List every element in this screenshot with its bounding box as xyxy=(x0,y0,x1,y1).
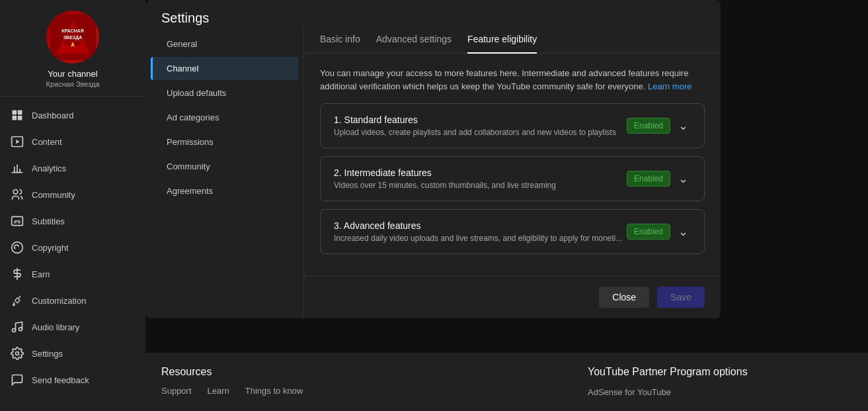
feature-intermediate-desc: Videos over 15 minutes, custom thumbnail… xyxy=(334,181,627,190)
feature-intermediate-right: Enabled ⌄ xyxy=(627,169,691,189)
music-icon xyxy=(11,320,24,334)
svg-rect-6 xyxy=(13,111,17,115)
gear-icon xyxy=(11,347,24,360)
feature-card-advanced: 3. Advanced features Increased daily vid… xyxy=(320,209,705,254)
modal-main: Basic info Advanced settings Feature eli… xyxy=(304,26,721,318)
learn-more-link[interactable]: Learn more xyxy=(648,81,691,91)
feature-advanced-status: Enabled xyxy=(627,224,670,240)
sidebar-item-settings[interactable]: Settings xyxy=(0,340,145,367)
svg-point-15 xyxy=(19,328,22,331)
tab-advanced-settings[interactable]: Advanced settings xyxy=(376,26,452,54)
sidebar-item-earn[interactable]: Earn xyxy=(0,261,145,287)
modal-content-area: You can manage your access to more featu… xyxy=(304,54,721,275)
sidebar-item-earn-label: Earn xyxy=(32,269,50,279)
modal-footer: Close Save xyxy=(304,275,721,318)
chart-icon xyxy=(11,161,24,175)
sidebar-item-settings-label: Settings xyxy=(32,349,63,359)
feature-intermediate-expand[interactable]: ⌄ xyxy=(676,169,691,189)
main-content: Resources Support Learn Things to know Y… xyxy=(145,0,868,411)
svg-rect-8 xyxy=(13,116,17,120)
sidebar-item-feedback-label: Send feedback xyxy=(32,375,89,385)
sidebar-item-dashboard[interactable]: Dashboard xyxy=(0,102,145,128)
feature-card-standard-left: 1. Standard features Upload videos, crea… xyxy=(334,114,627,137)
svg-point-14 xyxy=(13,329,16,332)
close-button[interactable]: Close xyxy=(599,287,649,308)
settings-modal: Settings General Channel Upload defaults… xyxy=(145,0,868,411)
channel-name: Your channel xyxy=(48,69,97,79)
feature-advanced-desc: Increased daily video uploads and live s… xyxy=(334,234,627,243)
feature-standard-status: Enabled xyxy=(627,118,670,134)
sidebar-item-subtitles-label: Subtitles xyxy=(32,216,65,226)
tab-basic-info[interactable]: Basic info xyxy=(320,26,360,54)
sidebar-item-subtitles[interactable]: Subtitles xyxy=(0,208,145,234)
sidebar-item-content-label: Content xyxy=(32,137,62,147)
sidebar-item-audio-library[interactable]: Audio library xyxy=(0,314,145,340)
sidebar-item-analytics-label: Analytics xyxy=(32,163,66,173)
sidebar-nav: Dashboard Content Analytics Community xyxy=(0,97,145,411)
sidebar-item-copyright[interactable]: Copyright xyxy=(0,234,145,261)
subtitles-icon xyxy=(11,214,24,228)
modal-nav-agreements[interactable]: Agreements xyxy=(151,179,298,203)
modal-dialog: Settings General Channel Upload defaults… xyxy=(145,0,721,318)
dollar-icon xyxy=(11,267,24,281)
svg-text:ЗВЕЗДА: ЗВЕЗДА xyxy=(63,35,83,40)
channel-info: КРАСНАЯ ЗВЕЗДА Your channel Красная Звез… xyxy=(0,0,145,97)
feature-standard-title: 1. Standard features xyxy=(334,114,627,125)
feature-standard-desc: Upload videos, create playlists and add … xyxy=(334,128,627,137)
svg-text:КРАСНАЯ: КРАСНАЯ xyxy=(61,28,83,33)
sidebar-item-customization[interactable]: Customization xyxy=(0,287,145,314)
modal-header: Settings xyxy=(145,0,721,26)
svg-point-16 xyxy=(16,352,19,355)
brush-icon xyxy=(11,294,24,307)
svg-rect-9 xyxy=(18,116,22,120)
feature-card-standard: 1. Standard features Upload videos, crea… xyxy=(320,103,705,148)
modal-nav-ad-categories[interactable]: Ad categories xyxy=(151,106,298,129)
sidebar-item-content[interactable]: Content xyxy=(0,128,145,155)
modal-title: Settings xyxy=(161,11,209,26)
modal-nav-upload-defaults[interactable]: Upload defaults xyxy=(151,81,298,105)
feature-card-intermediate: 2. Intermediate features Videos over 15 … xyxy=(320,156,705,201)
people-icon xyxy=(11,188,24,201)
svg-point-13 xyxy=(12,242,23,253)
sidebar-item-community[interactable]: Community xyxy=(0,181,145,208)
sidebar-item-dashboard-label: Dashboard xyxy=(32,111,74,120)
modal-nav-permissions[interactable]: Permissions xyxy=(151,130,298,154)
svg-rect-7 xyxy=(18,111,22,115)
feature-advanced-right: Enabled ⌄ xyxy=(627,222,691,242)
sidebar-item-community-label: Community xyxy=(32,190,75,200)
feedback-icon xyxy=(11,373,24,387)
sidebar-item-copyright-label: Copyright xyxy=(32,243,69,253)
sidebar-item-analytics[interactable]: Analytics xyxy=(0,155,145,181)
channel-subtitle: Красная Звезда xyxy=(46,80,100,88)
channel-avatar[interactable]: КРАСНАЯ ЗВЕЗДА xyxy=(46,11,99,64)
feature-standard-right: Enabled ⌄ xyxy=(627,116,691,136)
feature-advanced-expand[interactable]: ⌄ xyxy=(676,222,691,242)
sidebar-item-feedback[interactable]: Send feedback xyxy=(0,367,145,393)
feature-card-intermediate-left: 2. Intermediate features Videos over 15 … xyxy=(334,167,627,190)
grid-icon xyxy=(11,109,24,122)
feature-intermediate-status: Enabled xyxy=(627,171,670,187)
play-icon xyxy=(11,135,24,148)
modal-sidebar: General Channel Upload defaults Ad categ… xyxy=(145,26,304,318)
sidebar-item-audio-label: Audio library xyxy=(32,322,79,332)
save-button[interactable]: Save xyxy=(657,287,705,308)
feature-intermediate-title: 2. Intermediate features xyxy=(334,167,627,178)
sidebar-item-customization-label: Customization xyxy=(32,296,86,306)
feature-standard-expand[interactable]: ⌄ xyxy=(676,116,691,136)
feature-advanced-title: 3. Advanced features xyxy=(334,220,627,231)
sidebar: КРАСНАЯ ЗВЕЗДА Your channel Красная Звез… xyxy=(0,0,145,411)
modal-nav-community[interactable]: Community xyxy=(151,155,298,178)
feature-intro-text: You can manage your access to more featu… xyxy=(320,67,705,93)
tab-feature-eligibility[interactable]: Feature eligibility xyxy=(467,26,537,54)
modal-body: General Channel Upload defaults Ad categ… xyxy=(145,26,721,318)
modal-nav-channel[interactable]: Channel xyxy=(151,57,298,80)
svg-point-11 xyxy=(13,190,18,195)
modal-nav-general[interactable]: General xyxy=(151,32,298,56)
copyright-icon xyxy=(11,241,24,254)
modal-tabs: Basic info Advanced settings Feature eli… xyxy=(304,26,721,54)
feature-card-advanced-left: 3. Advanced features Increased daily vid… xyxy=(334,220,627,243)
